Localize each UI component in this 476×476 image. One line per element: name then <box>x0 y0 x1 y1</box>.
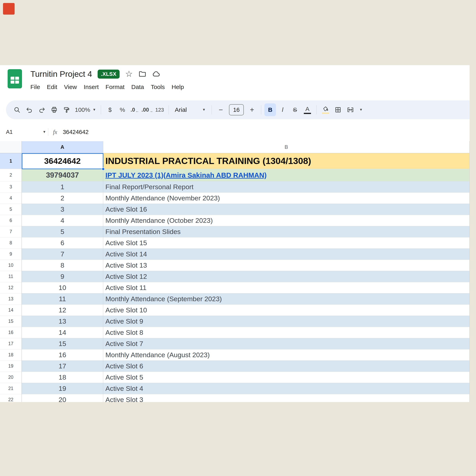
row-number[interactable]: 20 <box>0 372 22 383</box>
menu-data[interactable]: Data <box>128 82 147 92</box>
formula-input[interactable]: 36424642 <box>63 129 89 136</box>
cell-b[interactable]: Active Slot 14 <box>103 249 470 260</box>
menu-insert[interactable]: Insert <box>80 82 102 92</box>
cell-a[interactable]: 10 <box>22 282 103 293</box>
star-icon[interactable]: ☆ <box>125 70 133 78</box>
cell-b[interactable]: IPT JULY 2023 (1)(Amira Sakinah ABD RAHM… <box>103 169 470 181</box>
borders-button[interactable] <box>332 103 344 116</box>
row-number[interactable]: 16 <box>0 327 22 338</box>
move-folder-icon[interactable] <box>138 70 146 78</box>
row-number[interactable]: 1 <box>0 153 22 169</box>
cell-b[interactable]: Active Slot 12 <box>103 271 470 282</box>
row-number[interactable]: 6 <box>0 215 22 226</box>
row-number[interactable]: 13 <box>0 293 22 305</box>
percent-format-button[interactable]: % <box>117 103 128 116</box>
cell-a[interactable]: 12 <box>22 305 103 316</box>
redo-icon[interactable] <box>36 103 48 116</box>
cell-a[interactable]: 9 <box>22 271 103 282</box>
cell-a[interactable]: 7 <box>22 249 103 260</box>
cell-a[interactable]: 17 <box>22 361 103 372</box>
cell-a[interactable]: 5 <box>22 226 103 238</box>
row-number[interactable]: 22 <box>0 394 22 402</box>
cell-a[interactable]: 19 <box>22 383 103 394</box>
menu-tools[interactable]: Tools <box>147 82 168 92</box>
cell-a[interactable]: 16 <box>22 349 103 361</box>
cell-a[interactable]: 20 <box>22 394 103 402</box>
row-number[interactable]: 15 <box>0 316 22 327</box>
menu-view[interactable]: View <box>61 82 80 92</box>
decrease-font-size-button[interactable]: − <box>215 103 227 116</box>
cell-b[interactable]: INDUSTRIAL PRACTICAL TRAINING (1304/1308… <box>103 153 470 169</box>
menu-edit[interactable]: Edit <box>43 82 61 92</box>
menu-file[interactable]: File <box>30 82 43 92</box>
row-number[interactable]: 9 <box>0 249 22 260</box>
cell-a[interactable]: 2 <box>22 193 103 204</box>
cell-a[interactable]: 11 <box>22 293 103 305</box>
cell-b[interactable]: Monthly Attendance (November 2023) <box>103 193 470 204</box>
row-number[interactable]: 5 <box>0 204 22 215</box>
font-size-input[interactable]: 16 <box>229 104 244 115</box>
undo-icon[interactable] <box>24 103 35 116</box>
row-number[interactable]: 19 <box>0 361 22 372</box>
cell-b[interactable]: Active Slot 15 <box>103 238 470 249</box>
cell-a[interactable]: 8 <box>22 260 103 271</box>
print-icon[interactable] <box>48 103 60 116</box>
cell-b[interactable]: Active Slot 4 <box>103 383 470 394</box>
cell-a[interactable]: 15 <box>22 338 103 349</box>
search-icon[interactable] <box>11 103 23 116</box>
row-number[interactable]: 17 <box>0 338 22 349</box>
row-number[interactable]: 21 <box>0 383 22 394</box>
row-number[interactable]: 7 <box>0 226 22 238</box>
cell-a[interactable]: 39794037 <box>22 169 103 181</box>
font-select[interactable]: Arial▼ <box>172 103 208 116</box>
row-number[interactable]: 12 <box>0 282 22 293</box>
cell-a[interactable]: 14 <box>22 327 103 338</box>
number-format-button[interactable]: 123 <box>154 103 165 116</box>
increase-decimal-button[interactable]: .00→ <box>141 103 153 116</box>
row-number[interactable]: 3 <box>0 181 22 193</box>
cell-a[interactable]: 6 <box>22 238 103 249</box>
cell-b[interactable]: Monthly Attendance (October 2023) <box>103 215 470 226</box>
cell-b[interactable]: Active Slot 6 <box>103 361 470 372</box>
fill-color-button[interactable] <box>320 103 331 116</box>
row-number[interactable]: 2 <box>0 169 22 181</box>
row-number[interactable]: 11 <box>0 271 22 282</box>
menu-help[interactable]: Help <box>168 82 187 92</box>
strikethrough-button[interactable]: S <box>289 103 301 116</box>
menu-format[interactable]: Format <box>102 82 128 92</box>
currency-format-button[interactable]: $ <box>104 103 116 116</box>
zoom-select[interactable]: 100%▼ <box>73 103 98 116</box>
cloud-status-icon[interactable] <box>152 70 160 78</box>
cell-b[interactable]: Active Slot 7 <box>103 338 470 349</box>
cell-a[interactable]: 36424642 <box>22 153 103 169</box>
cell-b[interactable]: Active Slot 11 <box>103 282 470 293</box>
cell-b[interactable]: Active Slot 13 <box>103 260 470 271</box>
cell-a[interactable]: 4 <box>22 215 103 226</box>
increase-font-size-button[interactable]: + <box>246 103 258 116</box>
cell-b[interactable]: Active Slot 3 <box>103 394 470 402</box>
cell-b[interactable]: Active Slot 9 <box>103 316 470 327</box>
row-number[interactable]: 14 <box>0 305 22 316</box>
cell-a[interactable]: 3 <box>22 204 103 215</box>
row-number[interactable]: 10 <box>0 260 22 271</box>
cell-b[interactable]: Final Presentation Slides <box>103 226 470 238</box>
row-number[interactable]: 8 <box>0 238 22 249</box>
cell-b[interactable]: Active Slot 10 <box>103 305 470 316</box>
column-header-b[interactable]: B <box>103 141 470 153</box>
text-color-button[interactable]: A <box>302 103 313 116</box>
paint-format-icon[interactable] <box>61 103 72 116</box>
fill-handle[interactable] <box>102 167 105 170</box>
cell-b[interactable]: Active Slot 5 <box>103 372 470 383</box>
cell-b[interactable]: Monthly Attendance (August 2023) <box>103 349 470 361</box>
cell-a[interactable]: 13 <box>22 316 103 327</box>
decrease-decimal-button[interactable]: .0← <box>129 103 141 116</box>
name-box[interactable]: A1 ▼ <box>0 129 46 135</box>
row-number[interactable]: 18 <box>0 349 22 361</box>
italic-button[interactable]: I <box>277 103 289 116</box>
document-title[interactable]: Turnitin Project 4 <box>30 69 92 79</box>
cell-a[interactable]: 1 <box>22 181 103 193</box>
sheets-logo-icon[interactable] <box>8 69 22 89</box>
cell-b[interactable]: Active Slot 8 <box>103 327 470 338</box>
cell-b[interactable]: Final Report/Personal Report <box>103 181 470 193</box>
cell-a[interactable]: 18 <box>22 372 103 383</box>
